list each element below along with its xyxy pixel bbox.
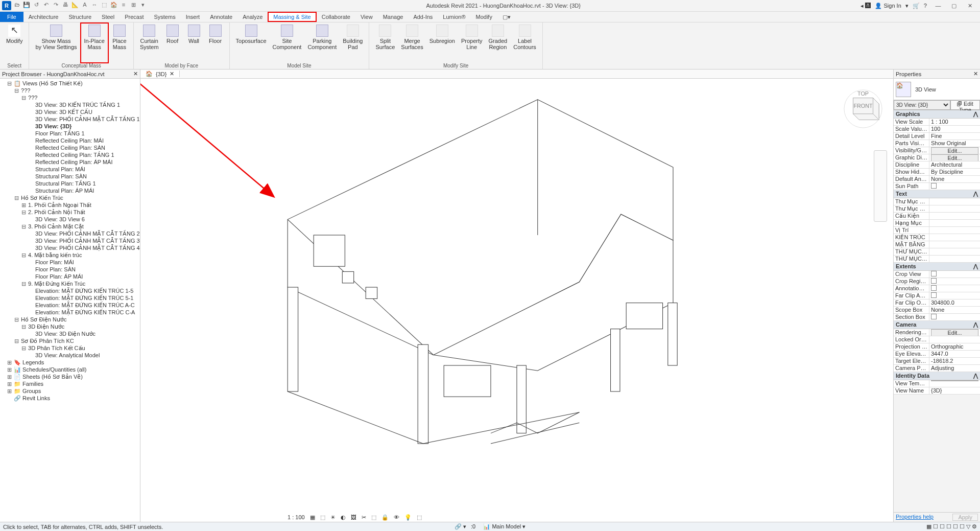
- tree-item[interactable]: ⊞ 📄 Sheets (Hồ Sơ Bản Vẽ): [2, 373, 138, 380]
- site-button[interactable]: SiteComponent: [270, 24, 305, 62]
- prop-group-header[interactable]: Graphics⋀: [894, 110, 980, 119]
- curtain-button[interactable]: CurtainSystem: [137, 24, 162, 62]
- detail-level-icon[interactable]: ▦: [309, 514, 316, 521]
- checkbox[interactable]: [931, 278, 937, 284]
- tree-item[interactable]: Structural Plan: TẦNG 1: [2, 180, 138, 187]
- prop-row[interactable]: Thư Mục Chính: [894, 198, 980, 205]
- revit-logo-icon[interactable]: R: [2, 1, 11, 10]
- tree-item[interactable]: 3D View: 3D View 6: [2, 216, 138, 223]
- reveal-hidden-icon[interactable]: 💡: [403, 514, 413, 521]
- tree-item[interactable]: ⊞ 📁 Groups: [2, 387, 138, 395]
- prop-row[interactable]: Default Analy...None: [894, 176, 980, 183]
- cart-icon[interactable]: 🛒: [913, 3, 920, 9]
- tree-item[interactable]: ⊟ 3D Phân Tích Kết Cấu: [2, 344, 138, 352]
- view-tab-3d[interactable]: 🏠 {3D} ✕: [140, 71, 180, 77]
- temp-hide-icon[interactable]: 👁: [393, 514, 400, 520]
- tree-item[interactable]: 3D View: PHỐI CẢNH MẶT CẮT TẦNG 3: [2, 237, 138, 244]
- tab-collaborate[interactable]: Collaborate: [317, 12, 355, 22]
- tree-item[interactable]: ⊞ 📊 Schedules/Quantities (all): [2, 366, 138, 373]
- selection-filter-icon[interactable]: ▦ ☐ ☐ ☐ ☐ ☐ ▽ ⚙: [926, 523, 977, 529]
- in-place-button[interactable]: In-PlaceMass: [80, 22, 109, 63]
- print-icon[interactable]: 🖶: [61, 2, 69, 10]
- prop-row[interactable]: THƯ MỤC CON: [894, 256, 980, 263]
- tree-item[interactable]: Elevation: MẶT ĐỨNG KIẾN TRÚC 5-1: [2, 294, 138, 302]
- place-button[interactable]: PlaceMass: [109, 24, 130, 62]
- tree-item[interactable]: Structural Plan: SÀN: [2, 173, 138, 180]
- redo-icon[interactable]: ↷: [52, 2, 60, 10]
- parking-button[interactable]: ParkingComponent: [304, 24, 340, 62]
- tree-item[interactable]: 🔗 Revit Links: [2, 395, 138, 402]
- tab-insert[interactable]: Insert: [181, 12, 205, 22]
- prop-row[interactable]: Graphic Displ...Edit...: [894, 154, 980, 161]
- tree-item[interactable]: 3D View: 3D KẾT CẤU: [2, 108, 138, 116]
- tree-item[interactable]: ⊟ 📋 Views (Hồ Sơ Thiết Kế): [2, 80, 138, 87]
- apply-button[interactable]: Apply: [952, 514, 978, 521]
- tree-item[interactable]: ⊟ 9. Mặt Đứng Kiến Trúc: [2, 280, 138, 287]
- 3d-canvas[interactable]: TOP FRONT: [140, 79, 893, 522]
- toposurface-button[interactable]: Toposurface: [233, 24, 270, 62]
- tab-systems[interactable]: Systems: [149, 12, 180, 22]
- tree-item[interactable]: ⊟ Hồ Sơ Điện Nước: [2, 316, 138, 323]
- checkbox[interactable]: [931, 292, 937, 298]
- undo-icon[interactable]: ↶: [42, 2, 50, 10]
- prop-group-header[interactable]: Camera⋀: [894, 321, 980, 329]
- tab-precast[interactable]: Precast: [119, 12, 149, 22]
- prop-edit-button[interactable]: Edit...: [931, 154, 978, 161]
- tab-massing-site[interactable]: Massing & Site: [268, 12, 316, 22]
- prop-row[interactable]: Vị Trí: [894, 227, 980, 234]
- prop-row[interactable]: Rendering Set...Edit...: [894, 329, 980, 336]
- prop-row[interactable]: Show Hidden ...By Discipline: [894, 169, 980, 176]
- text-icon[interactable]: A: [81, 2, 89, 10]
- prop-row[interactable]: Crop Region ...: [894, 278, 980, 285]
- show-mass-button[interactable]: Show Massby View Settings: [32, 24, 80, 62]
- tree-item[interactable]: ⊟ 3D Điện Nước: [2, 323, 138, 330]
- tree-item[interactable]: ⊟ ???: [2, 94, 138, 101]
- signin-button[interactable]: 👤 Sign In: [875, 3, 901, 9]
- prop-row[interactable]: Section Box: [894, 314, 980, 321]
- visual-style-icon[interactable]: ⬚: [319, 514, 326, 521]
- tab-modify[interactable]: Modify: [471, 12, 497, 22]
- prop-row[interactable]: Projection Mo...Orthographic: [894, 343, 980, 351]
- maximize-button[interactable]: ▢: [947, 3, 961, 9]
- prop-row[interactable]: THƯ MỤC CH...: [894, 248, 980, 256]
- tree-item[interactable]: ⊟ Sơ Đồ Phân Tích KC: [2, 337, 138, 344]
- prop-row[interactable]: Hạng Mục: [894, 220, 980, 227]
- tab-add-ins[interactable]: Add-Ins: [408, 12, 438, 22]
- prop-group-header[interactable]: Extents⋀: [894, 263, 980, 271]
- rendering-icon[interactable]: 🖼: [350, 514, 357, 520]
- tree-item[interactable]: 3D View: PHỐI CẢNH MẶT CẮT TẦNG 2: [2, 230, 138, 237]
- tree-item[interactable]: Elevation: MẶT ĐỨNG KIẾN TRÚC C-A: [2, 309, 138, 316]
- project-browser-tree[interactable]: ⊟ 📋 Views (Hồ Sơ Thiết Kế)⊟ ???⊟ ??? 3D …: [0, 79, 140, 522]
- tree-item[interactable]: Floor Plan: ÁP MÁI: [2, 273, 138, 280]
- thin-lines-icon[interactable]: ≡: [119, 2, 128, 10]
- crop-region-icon[interactable]: ⬚: [370, 514, 377, 521]
- open-icon[interactable]: 🗁: [13, 2, 21, 10]
- tab-architecture[interactable]: Architecture: [23, 12, 64, 22]
- prop-edit-button[interactable]: [931, 380, 978, 381]
- worksets-icon[interactable]: 🔗 ▾ :0: [455, 523, 475, 529]
- tree-item[interactable]: 3D View: 3D KIẾN TRÚC TẦNG 1: [2, 101, 138, 108]
- prop-row[interactable]: Scale Value 1:100: [894, 126, 980, 133]
- prop-row[interactable]: Visibility/Grap...Edit...: [894, 147, 980, 154]
- tab-view[interactable]: View: [355, 12, 378, 22]
- tab-annotate[interactable]: Annotate: [205, 12, 237, 22]
- sync-icon[interactable]: ↺: [32, 2, 40, 10]
- close-button[interactable]: ✕: [963, 3, 977, 9]
- navigation-bar[interactable]: [874, 150, 887, 222]
- tree-item[interactable]: Elevation: MẶT ĐỨNG KIẾN TRÚC 1-5: [2, 287, 138, 294]
- main-model-dropdown[interactable]: 📊 Main Model ▾: [483, 523, 525, 529]
- tree-item[interactable]: Floor Plan: SÀN: [2, 266, 138, 273]
- section-icon[interactable]: ⬚: [100, 2, 108, 10]
- prop-row[interactable]: Locked Orient...: [894, 336, 980, 343]
- roof-button[interactable]: Roof: [162, 24, 183, 62]
- tab-close-icon[interactable]: ✕: [170, 71, 174, 77]
- prop-row[interactable]: Far Clip Active: [894, 292, 980, 299]
- tab-analyze[interactable]: Analyze: [237, 12, 268, 22]
- prop-row[interactable]: Far Clip Offset304800.0: [894, 299, 980, 307]
- tree-item[interactable]: Reflected Ceiling Plan: ÁP MÁI: [2, 158, 138, 166]
- prop-row[interactable]: KIẾN TRÚC: [894, 234, 980, 241]
- prop-row[interactable]: Eye Elevation3447.0: [894, 351, 980, 358]
- prop-row[interactable]: Crop View: [894, 271, 980, 278]
- save-icon[interactable]: 💾: [22, 2, 31, 10]
- tab-lumion-[interactable]: Lumion®: [438, 12, 470, 22]
